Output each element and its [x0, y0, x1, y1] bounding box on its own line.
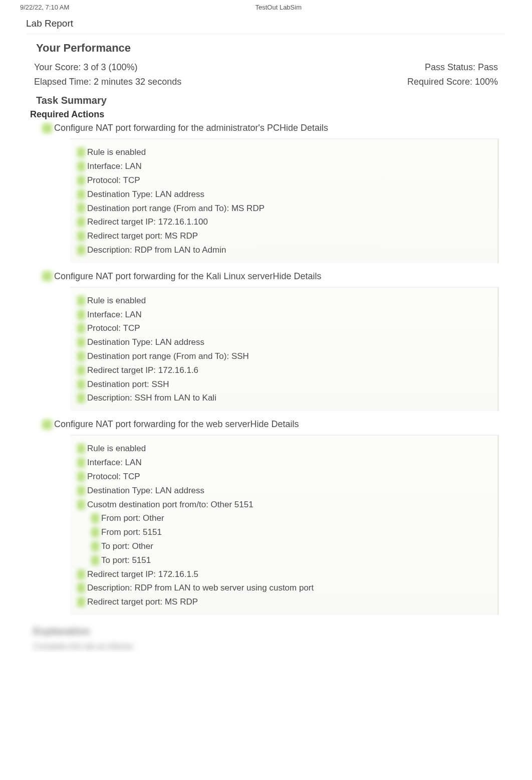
detail-item: Destination Type: LAN address	[77, 484, 490, 498]
check-icon	[77, 472, 85, 482]
check-icon	[77, 161, 85, 171]
detail-item: Interface: LAN	[77, 456, 490, 470]
detail-text: To port: Other	[101, 540, 153, 552]
check-icon	[77, 569, 85, 579]
elapsed-time: Elapsed Time: 2 minutes 32 seconds	[34, 76, 181, 88]
check-icon	[77, 189, 85, 200]
hide-details-link[interactable]: Hide Details	[250, 418, 299, 431]
check-icon	[77, 597, 85, 607]
action-title: Configure NAT port forwarding for the ad…	[54, 122, 280, 134]
detail-text: Rule is enabled	[87, 443, 146, 455]
action-row: Configure NAT port forwarding for the Ka…	[0, 270, 532, 285]
detail-text: Interface: LAN	[87, 457, 142, 469]
detail-item: Redirect target IP: 172.16.1.6	[77, 363, 490, 377]
check-icon	[91, 513, 99, 523]
check-icon	[77, 379, 85, 389]
detail-text: To port: 5151	[101, 554, 151, 566]
print-timestamp: 9/22/22, 7:10 AM	[20, 3, 69, 12]
check-icon	[77, 203, 85, 213]
detail-item: Description: RDP from LAN to Admin	[77, 243, 490, 257]
detail-item: Description: SSH from LAN to Kali	[77, 391, 490, 405]
check-icon	[77, 323, 85, 333]
detail-item: Interface: LAN	[77, 308, 490, 322]
details-panel: Rule is enabled Interface: LAN Protocol:…	[70, 138, 499, 263]
check-icon	[77, 486, 85, 496]
detail-item: Protocol: TCP	[77, 321, 490, 335]
detail-text: Protocol: TCP	[87, 322, 140, 334]
check-icon	[77, 444, 85, 454]
required-score: Required Score: 100%	[407, 76, 498, 88]
explanation-heading: Explanation	[33, 624, 532, 638]
divider	[27, 34, 505, 35]
check-icon	[77, 217, 85, 227]
check-icon	[77, 231, 85, 241]
check-icon	[77, 147, 85, 157]
check-icon	[77, 365, 85, 375]
check-icon	[77, 351, 85, 361]
check-icon	[42, 271, 52, 281]
check-icon	[77, 296, 85, 306]
detail-item: Interface: LAN	[77, 159, 490, 173]
task-summary-heading: Task Summary	[0, 90, 532, 108]
check-icon	[77, 337, 85, 347]
action-row: Configure NAT port forwarding for the ad…	[0, 122, 532, 136]
detail-item: Redirect target IP: 172.16.1.5	[77, 567, 490, 581]
time-row: Elapsed Time: 2 minutes 32 seconds Requi…	[0, 76, 532, 90]
detail-item: Rule is enabled	[77, 294, 490, 308]
check-icon	[91, 555, 99, 565]
check-icon	[42, 420, 52, 430]
detail-item: Redirect target IP: 172.16.1.100	[77, 215, 490, 229]
detail-item: Protocol: TCP	[77, 470, 490, 484]
detail-text: Interface: LAN	[87, 160, 142, 172]
detail-text: Rule is enabled	[87, 295, 146, 307]
detail-sub-item: To port: 5151	[77, 553, 490, 567]
details-panel: Rule is enabled Interface: LAN Protocol:…	[70, 435, 499, 615]
action-title: Configure NAT port forwarding for the Ka…	[54, 270, 273, 283]
check-icon	[77, 245, 85, 255]
detail-text: Protocol: TCP	[87, 174, 140, 186]
detail-sub-item: From port: Other	[77, 511, 490, 525]
detail-text: Redirect target IP: 172.16.1.100	[87, 216, 208, 228]
detail-item: Description: RDP from LAN to web server …	[77, 581, 490, 595]
detail-sub-item: From port: 5151	[77, 525, 490, 539]
detail-text: Rule is enabled	[87, 146, 146, 158]
detail-item: Destination Type: LAN address	[77, 335, 490, 349]
detail-text: Description: RDP from LAN to Admin	[87, 244, 226, 256]
detail-text: Interface: LAN	[87, 309, 142, 321]
detail-text: Destination port: SSH	[87, 378, 169, 391]
detail-text: From port: 5151	[101, 526, 162, 538]
detail-text: Redirect target port: MS RDP	[87, 230, 198, 242]
detail-item: Destination port range (From and To): SS…	[77, 349, 490, 363]
detail-text: Redirect target IP: 172.16.1.6	[87, 364, 198, 376]
detail-text: Destination Type: LAN address	[87, 336, 204, 348]
explanation-subtext: Complete this lab as follows:	[33, 641, 532, 652]
detail-item: Cusotm destination port from/to: Other 5…	[77, 498, 490, 512]
check-icon	[77, 500, 85, 510]
detail-text: Protocol: TCP	[87, 471, 140, 483]
pass-status: Pass Status: Pass	[425, 61, 498, 74]
your-score: Your Score: 3 of 3 (100%)	[34, 61, 137, 74]
detail-item: Protocol: TCP	[77, 173, 490, 187]
explanation-section: Explanation Complete this lab as follows…	[33, 624, 532, 652]
check-icon	[77, 393, 85, 403]
hide-details-link[interactable]: Hide Details	[280, 122, 328, 134]
detail-text: Destination Type: LAN address	[87, 485, 204, 497]
action-title: Configure NAT port forwarding for the we…	[54, 418, 250, 431]
detail-text: Description: RDP from LAN to web server …	[87, 582, 314, 594]
print-header: 9/22/22, 7:10 AM TestOut LabSim	[0, 0, 532, 12]
score-row: Your Score: 3 of 3 (100%) Pass Status: P…	[0, 61, 532, 76]
detail-text: Description: SSH from LAN to Kali	[87, 392, 216, 404]
hide-details-link[interactable]: Hide Details	[273, 270, 322, 283]
detail-text: Destination port range (From and To): MS…	[87, 203, 264, 215]
detail-item: Destination port range (From and To): MS…	[77, 202, 490, 216]
check-icon	[91, 527, 99, 537]
detail-item: Redirect target port: MS RDP	[77, 229, 490, 243]
detail-text: Cusotm destination port from/to: Other 5…	[87, 499, 253, 511]
required-actions-heading: Required Actions	[0, 108, 532, 122]
lab-report-title: Lab Report	[0, 12, 532, 31]
print-product: TestOut LabSim	[255, 3, 512, 12]
check-icon	[77, 175, 85, 185]
detail-item: Rule is enabled	[77, 442, 490, 456]
details-panel: Rule is enabled Interface: LAN Protocol:…	[70, 287, 499, 411]
check-icon	[91, 541, 99, 551]
